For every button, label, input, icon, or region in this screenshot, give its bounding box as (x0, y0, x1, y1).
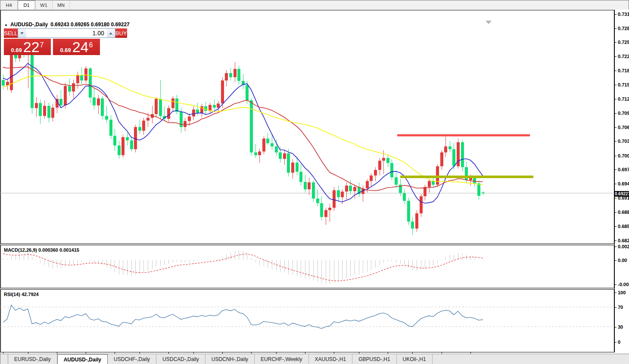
price-axis-label: 0.70050 (618, 153, 629, 158)
price-axis-label: 0.72200 (618, 54, 629, 59)
tab-usdchf-daily[interactable]: USDCHF-,Daily (108, 354, 156, 364)
axis-tick (615, 241, 617, 241)
price-axis-label: 0.70360 (618, 139, 629, 144)
axis-tick (615, 342, 617, 342)
volume-decrease-button[interactable] (18, 29, 26, 37)
rsi-axis-label: 70 (618, 305, 623, 310)
tab-xauusd-h1[interactable]: XAUUSD-,H1 (309, 354, 353, 364)
price-axis-label: 0.69745 (618, 167, 629, 172)
axis-tick (615, 184, 617, 184)
volume-stepper (18, 28, 115, 38)
timeframe-button-mn[interactable]: MN (53, 0, 70, 9)
axis-tick (615, 198, 617, 198)
price-axis-label: 0.72810 (618, 26, 629, 31)
rsi-name: RSI(14) (4, 292, 20, 297)
chevron-down-icon (20, 32, 24, 34)
buy-button[interactable]: BUY (115, 28, 127, 38)
axis-tick (615, 113, 617, 114)
price-axis-label: 0.69440 (618, 181, 629, 186)
axis-tick (615, 260, 617, 261)
rsi-axis-label: 30 (618, 324, 623, 330)
timeframe-toolbar: H4D1W1MN (0, 0, 629, 10)
sell-button[interactable]: SELL (4, 28, 18, 38)
macd-axis-label: -0.00525 (618, 282, 629, 287)
sell-price-point: 7 (40, 41, 44, 49)
tab-bar-spacer (0, 354, 8, 364)
price-axis-label: 0.71280 (618, 96, 629, 102)
chevron-up-icon (109, 32, 112, 34)
tab-eurusd-daily[interactable]: EURUSD-,Daily (8, 354, 57, 364)
price-axis-label: 0.70970 (618, 111, 629, 116)
symbol-period-label: AUDUSD-,Daily (10, 22, 48, 28)
axis-tick (615, 141, 617, 142)
symbol-marker-icon: ▲ (4, 23, 8, 27)
axis-tick (615, 56, 617, 57)
axis-tick (615, 247, 617, 247)
scroll-to-end-icon[interactable] (486, 21, 492, 24)
tab-gbpusd-h1[interactable]: GBPUSD-,H1 (352, 354, 396, 364)
price-axis-label: 0.71890 (618, 68, 629, 73)
rsi-axis-label: 100 (618, 290, 626, 295)
buy-price-prefix: 0.69 (60, 47, 71, 53)
rsi-value: 42.7924 (22, 292, 39, 297)
sell-price-box[interactable]: 0.69 22 7 (4, 39, 51, 55)
rsi-axis-label: 0 (618, 339, 620, 345)
macd-indicator-label: MACD(12,26,9) 0.000360 0.001415 (4, 247, 79, 253)
rsi-pane-canvas[interactable] (0, 290, 613, 343)
buy-price-box[interactable]: 0.69 24 6 (53, 39, 100, 55)
ohlc-values: 0.69243 0.69265 0.69180 0.69227 (50, 22, 130, 28)
axis-tick (615, 85, 617, 85)
current-price-badge: 0.69227 (615, 191, 629, 197)
price-axis-label: 0.70665 (618, 125, 629, 130)
volume-input[interactable] (26, 29, 107, 37)
price-axis-label: 0.68210 (618, 238, 629, 243)
buy-price-pips: 24 (72, 40, 89, 53)
macd-axis-label: 0.00 (618, 258, 627, 263)
timeframe-button-h4[interactable]: H4 (0, 0, 18, 9)
macd-values: 0.000360 0.001415 (38, 247, 79, 253)
axis-tick (615, 14, 617, 15)
volume-increase-button[interactable] (107, 29, 115, 37)
tab-usdcad-daily[interactable]: USDCAD-,Daily (156, 354, 206, 364)
tab-eurchf-weekly[interactable]: EURCHF-,Weekly (255, 354, 308, 364)
macd-name: MACD(12,26,9) (4, 247, 37, 253)
one-click-trade-panel: SELL BUY 0.69 22 7 0.69 24 6 (4, 28, 100, 55)
timeframe-button-d1[interactable]: D1 (18, 0, 35, 9)
macd-pane-canvas[interactable] (0, 245, 613, 288)
tab-ukoil-h1[interactable]: UKOil-,H1 (397, 354, 433, 364)
chart-title: ▲ AUDUSD-,Daily 0.69243 0.69265 0.69180 … (4, 22, 130, 28)
trading-platform-window: H4D1W1MN MACD(12,26,9) 0.000360 0.001415… (0, 0, 629, 364)
axis-tick (615, 212, 617, 213)
symbol-tab-bar: EURUSD-,DailyAUDUSD-,DailyUSDCHF-,DailyU… (0, 354, 629, 364)
price-axis-label: 0.68825 (618, 210, 629, 215)
chart-region: MACD(12,26,9) 0.000360 0.001415 RSI(14) … (0, 9, 629, 354)
axis-tick (615, 293, 617, 293)
rsi-indicator-label: RSI(14) 42.7924 (4, 292, 39, 297)
axis-tick (615, 28, 617, 29)
axis-tick (615, 99, 617, 99)
price-axis-label: 0.72505 (618, 40, 629, 45)
axis-tick (615, 127, 617, 128)
sell-price-prefix: 0.69 (11, 47, 22, 53)
buy-price-point: 6 (89, 41, 93, 49)
axis-tick (615, 170, 617, 170)
axis-tick (615, 156, 617, 156)
price-axis[interactable]: 0.69227 0.731150.728100.725050.722000.71… (614, 10, 629, 352)
axis-tick (615, 307, 617, 308)
axis-tick (615, 226, 617, 227)
timeframe-button-w1[interactable]: W1 (35, 0, 53, 9)
tab-audusd-daily[interactable]: AUDUSD-,Daily (57, 354, 108, 364)
price-axis-label: 0.71585 (618, 82, 629, 87)
axis-tick (615, 284, 617, 285)
axis-tick (615, 71, 617, 71)
sell-price-pips: 22 (23, 40, 40, 53)
axis-tick (615, 327, 617, 327)
price-axis-label: 0.68520 (618, 224, 629, 229)
axis-tick (615, 42, 617, 43)
tab-usdcnh-daily[interactable]: USDCNH-,Daily (206, 354, 255, 364)
macd-axis-label: 0.002984 (618, 244, 629, 249)
price-axis-label: 0.73115 (618, 12, 629, 17)
